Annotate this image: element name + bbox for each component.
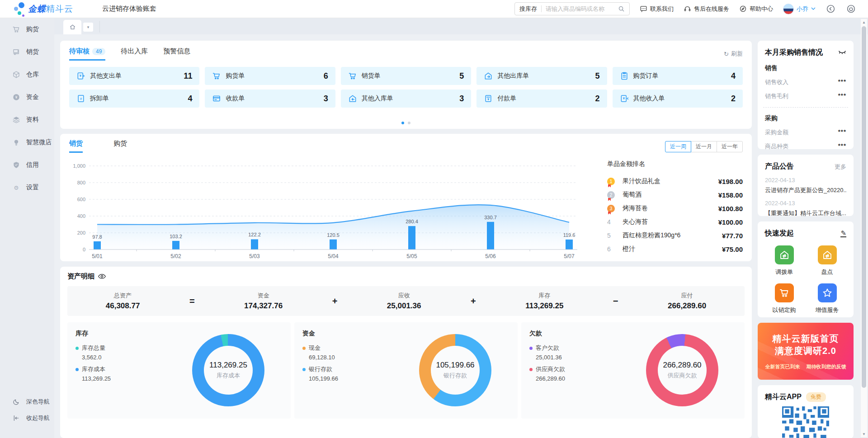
ranking-row[interactable]: 4夹心海苔¥100.00 xyxy=(607,215,743,229)
formula-operator: = xyxy=(189,296,195,306)
refresh-button[interactable]: ↻ 刷新 xyxy=(724,50,743,58)
announcement-link[interactable]: 云进销存产品更新公告_20220... xyxy=(765,186,846,194)
todo-card-拆卸单[interactable]: # 拆卸单4 xyxy=(69,89,199,108)
svg-text:5/06: 5/06 xyxy=(485,253,496,259)
ranking-row[interactable]: 1果汁饮品礼盒¥198.00 xyxy=(607,174,743,188)
todo-card-其他出库单[interactable]: 其他出库单5 xyxy=(476,67,607,85)
eye-closed-icon[interactable] xyxy=(838,50,846,55)
collapse-icon xyxy=(12,414,21,422)
quick-action-调拨单[interactable]: 调拨单 xyxy=(765,245,803,276)
svg-text:280.4: 280.4 xyxy=(406,219,418,224)
search-icon[interactable] xyxy=(618,5,625,12)
monthly-group-采购: 采购 xyxy=(765,114,846,122)
scroll-thumb[interactable] xyxy=(862,26,866,388)
ranking-row[interactable]: 3烤海苔卷¥100.80 xyxy=(607,202,743,215)
medal-3-icon: 3 xyxy=(607,205,615,212)
sidebar-item-设置[interactable]: ⚙设置 xyxy=(0,176,54,199)
formula-term-应付: 应付266,289.60 xyxy=(668,292,706,311)
topbar-link-headset[interactable]: 售后在线服务 xyxy=(684,5,729,13)
ranking-row[interactable]: 5西红柿意粉酱190g*6¥77.70 xyxy=(607,229,743,242)
topbar-link-compass[interactable]: 帮助中心 xyxy=(739,5,773,13)
donut-panel-库存: 库存 库存总量 3,562.0 库存成本 113,269.25 113,269.… xyxy=(67,322,291,419)
svg-text:5/01: 5/01 xyxy=(92,253,103,259)
topbar-link-chat[interactable]: 联系我们 xyxy=(640,5,674,13)
tab-warning-info[interactable]: 预警信息 xyxy=(163,47,190,61)
todo-card-销货单[interactable]: 销货单5 xyxy=(341,67,471,85)
donut-panel-资金: 资金 现金 69,128.10 银行存款 105,199.66 105,199.… xyxy=(294,322,518,419)
range-week-button[interactable]: 近一周 xyxy=(665,141,691,152)
quick-actions-title: 快速发起 xyxy=(765,229,794,238)
survey-banner[interactable]: 精斗云新版首页 满意度调研2.0 全新首页已到来 期待收到您的反馈 xyxy=(758,323,854,380)
quick-action-盘点[interactable]: 盘点 xyxy=(808,245,846,276)
sidebar-item-信用[interactable]: 信用 xyxy=(0,154,54,176)
todo-card-其他收入单[interactable]: ¥ 其他收入单2 xyxy=(613,89,743,108)
formula-term-资金: 资金174,327.76 xyxy=(244,292,283,311)
topbar-links: 联系我们售后在线服务帮助中心 xyxy=(640,5,773,13)
announcement-link[interactable]: 【重要通知】精斗云工作台域... xyxy=(765,209,846,217)
todo-card-付款单[interactable]: ¥ 付款单2 xyxy=(476,89,607,108)
scroll-down-icon[interactable]: ▼ xyxy=(861,431,867,437)
moon-icon xyxy=(12,398,21,405)
search-input[interactable] xyxy=(546,5,618,12)
todo-card-其他支出单[interactable]: ¥ 其他支出单11 xyxy=(69,67,199,85)
tab-list-dropdown[interactable]: ▾ xyxy=(83,23,93,32)
sidebar-item-资金[interactable]: ¥资金 xyxy=(0,86,54,108)
logo-dots-icon xyxy=(13,1,28,17)
sidebar-item-智慧微店[interactable]: 智慧微店 xyxy=(0,131,54,154)
svg-text:5/04: 5/04 xyxy=(328,253,339,259)
todo-card-购货订单[interactable]: 购货订单4 xyxy=(613,67,743,85)
todo-card-其他入库单[interactable]: 其他入库单3 xyxy=(341,89,471,108)
yen-out-icon: ¥ xyxy=(76,71,85,80)
scroll-up-icon[interactable]: ▲ xyxy=(861,19,867,25)
carousel-dot-2[interactable] xyxy=(408,122,410,124)
search-scope-label[interactable]: 搜库存 xyxy=(519,5,537,13)
quick-action-增值服务[interactable]: 增值服务 xyxy=(808,283,846,314)
sidebar-footer-深色导航[interactable]: 深色导航 xyxy=(0,394,54,410)
inventory-search[interactable]: 搜库存 xyxy=(514,2,630,15)
medal-2-icon: 2 xyxy=(607,191,615,199)
tab-sales[interactable]: 销货 xyxy=(69,139,83,153)
ranking-row[interactable]: 6橙汁¥75.00 xyxy=(607,242,743,256)
sales-chart-panel: 销货 购货 近一周 近一月 近一年 02004006008001,00097.8… xyxy=(60,134,752,261)
product-ranking: 单品金额排名 1果汁饮品礼盒¥198.002葡萄酒¥158.003烤海苔卷¥10… xyxy=(607,160,743,256)
announcements-more-link[interactable]: 更多 xyxy=(835,163,846,171)
todo-card-购货单[interactable]: 购货单6 xyxy=(205,67,335,85)
yen-circle-icon: ¥ xyxy=(12,93,21,101)
tab-pending-inout[interactable]: 待出入库 xyxy=(121,47,148,61)
tab-pending-audit[interactable]: 待审核 49 xyxy=(69,47,105,61)
app-title: 精斗云APP xyxy=(765,392,802,402)
sidebar-item-购货[interactable]: 购货 xyxy=(0,18,54,41)
refresh-icon: ↻ xyxy=(724,51,729,57)
tab-purchase[interactable]: 购货 xyxy=(113,139,127,153)
quick-action-以销定购[interactable]: 以销定购 xyxy=(765,283,803,314)
svg-text:5/07: 5/07 xyxy=(564,253,575,259)
monthly-row-销售毛利: 销售毛利*** xyxy=(765,92,846,100)
todo-card-收款单[interactable]: 收款单3 xyxy=(205,89,335,108)
home-tab[interactable] xyxy=(63,20,81,34)
assets-panel: 资产明细 总资产46,308.77=资金174,327.76+应收25,001.… xyxy=(60,267,752,438)
cart-icon xyxy=(12,25,21,33)
sidebar-footer-收起导航[interactable]: 收起导航 xyxy=(0,410,54,426)
donut-panel-欠款: 欠款 客户欠款 25,001.36 供应商欠款 266,289.60 266,2… xyxy=(521,322,745,419)
app-logo[interactable]: 金蝶精斗云 xyxy=(13,1,80,17)
edit-quick-actions-icon[interactable]: ✎ xyxy=(840,230,846,237)
monthly-row-商品种类: 商品种类*** xyxy=(765,142,846,151)
headset-icon xyxy=(684,5,691,13)
page-scrollbar[interactable]: ▲ ▼ xyxy=(861,19,867,437)
svg-text:5/03: 5/03 xyxy=(249,253,260,259)
range-month-button[interactable]: 近一月 xyxy=(691,141,717,152)
card-icon xyxy=(212,94,221,103)
carousel-dot-1[interactable] xyxy=(401,122,404,124)
svg-text:¥: ¥ xyxy=(623,96,625,100)
sidebar-item-资料[interactable]: 资料 xyxy=(0,108,54,131)
sidebar-item-销货[interactable]: 销货 xyxy=(0,41,54,63)
ranking-row[interactable]: 2葡萄酒¥158.00 xyxy=(607,188,743,202)
user-menu[interactable]: 小乔 xyxy=(783,4,816,14)
app-download-card: 精斗云APP 免费 xyxy=(758,385,854,438)
back-icon[interactable] xyxy=(826,4,836,14)
todo-panel: 待审核 49 待出入库 预警信息 ↻ 刷新 ¥ 其他支出单11 购货单6 销货单… xyxy=(60,41,752,129)
sidebar-item-仓库[interactable]: 仓库 xyxy=(0,63,54,86)
logout-icon[interactable] xyxy=(846,4,856,14)
eye-icon[interactable] xyxy=(98,273,106,279)
range-year-button[interactable]: 近一年 xyxy=(717,141,743,152)
